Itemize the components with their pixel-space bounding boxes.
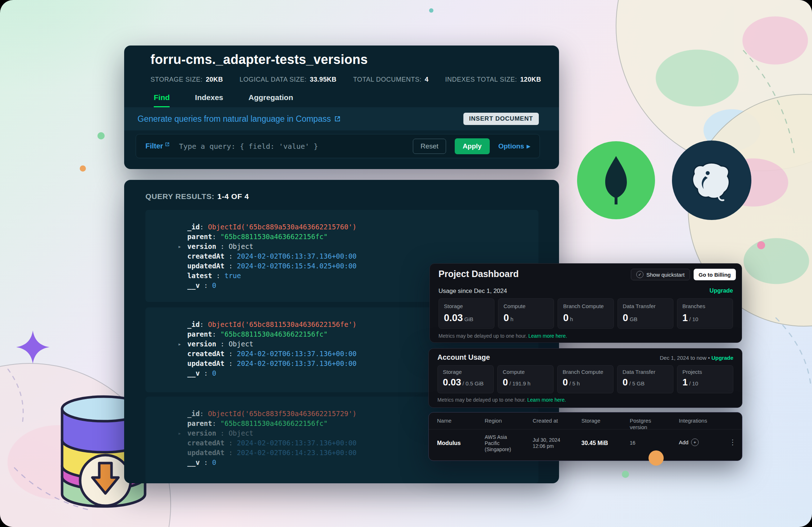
apply-button[interactable]: Apply xyxy=(455,138,490,154)
account-usage-tiles: Storage 0.03/ 0.5 GiB Compute 0/ 191.9 h… xyxy=(437,365,733,393)
expand-caret-icon[interactable]: ▸ xyxy=(178,428,182,438)
row-menu-kebab-icon[interactable]: ⋮ xyxy=(729,438,736,446)
field-value: true xyxy=(224,272,241,280)
show-quickstart-button[interactable]: ✓ Show quickstart xyxy=(631,269,690,280)
dashboard-title: Project Dashboard xyxy=(438,269,519,279)
col-header-storage: Storage xyxy=(581,418,601,424)
field-value: 2024-02-02T06:13:37.136+00:00 xyxy=(237,350,357,358)
document-field-row: ▸version : Object xyxy=(187,242,524,251)
pink-dot-decor xyxy=(757,241,765,249)
plus-circle-icon: + xyxy=(691,439,699,446)
stat-item: STORAGE SIZE:20KB xyxy=(150,76,223,83)
query-bar-strip: Generate queries from natural language i… xyxy=(124,107,559,130)
field-value: 0 xyxy=(212,281,216,289)
green-dot-decor xyxy=(97,132,105,139)
collection-tab[interactable]: Indexes xyxy=(195,89,223,107)
learn-more-link[interactable]: Learn more here. xyxy=(527,397,566,403)
usage-tile: Storage 0.03/ 0.5 GiB xyxy=(437,365,494,393)
dashboard-actions: ✓ Show quickstart Go to Billing xyxy=(631,269,736,280)
orange-circle-decor xyxy=(649,450,664,466)
query-results-title: QUERY RESULTS:1-4 OF 4 xyxy=(145,192,249,201)
page-canvas: forru-cms._adapter-tests_versions STORAG… xyxy=(0,0,812,527)
field-key: updatedAt xyxy=(187,359,224,367)
filter-link[interactable]: Filter xyxy=(145,142,170,150)
usage-tile: Compute 0h xyxy=(498,298,554,329)
metrics-note: Metrics may be delayed up to one hour. L… xyxy=(438,333,567,339)
field-key: createdAt xyxy=(187,350,224,358)
collection-tab[interactable]: Aggregation xyxy=(249,89,293,107)
account-usage-title: Account Usage xyxy=(437,353,490,362)
field-key: version xyxy=(187,340,216,348)
account-usage-panel: Account Usage Dec 1, 2024 to now • Upgra… xyxy=(428,348,742,408)
go-to-billing-button[interactable]: Go to Billing xyxy=(694,269,736,280)
projects-table-panel: Name Region Created at Storage Postgres … xyxy=(428,412,742,461)
usage-tile: Compute 0/ 191.9 h xyxy=(497,365,554,393)
field-value: ObjectId('65bc8811530a4636622156fe') xyxy=(208,320,357,328)
project-name[interactable]: Modulus xyxy=(437,440,461,446)
collection-tab[interactable]: Find xyxy=(154,89,170,107)
usage-tile: Data Transfer 0GB xyxy=(617,298,673,329)
usage-tile: Branch Compute 0h xyxy=(558,298,614,329)
field-value: 2024-02-02T06:13:37.136+00:00 xyxy=(237,252,357,260)
collection-stats: STORAGE SIZE:20KB LOGICAL DATA SIZE:33.9… xyxy=(150,76,541,83)
usage-tile: Projects 1/ 10 xyxy=(677,365,733,393)
stat-item: TOTAL DOCUMENTS:4 xyxy=(353,76,428,83)
field-value: 2024-02-02T06:13:37.136+00:00 xyxy=(237,359,357,367)
insert-document-button[interactable]: INSERT DOCUMENT xyxy=(463,113,539,125)
project-dashboard-panel: Project Dashboard ✓ Show quickstart Go t… xyxy=(429,263,742,343)
document-field-row: ▸createdAt : 2024-02-02T06:13:37.136+00:… xyxy=(187,251,524,261)
query-input[interactable] xyxy=(178,142,404,151)
project-region: AWS Asia Pacific (Singapore) xyxy=(485,434,517,453)
field-value: Object xyxy=(228,340,253,348)
stat-item: INDEXES TOTAL SIZE:120KB xyxy=(445,76,541,83)
mongodb-leaf-icon xyxy=(594,153,638,207)
document-field-row: ▸parent: "65bc8811530a4636622156fc" xyxy=(187,232,524,242)
field-key: createdAt xyxy=(187,439,224,447)
project-postgres-version: 16 xyxy=(630,440,636,446)
postgresql-logo xyxy=(672,141,751,220)
field-key: __v xyxy=(187,281,200,289)
field-value: ObjectId('65bc889a530a463662215760') xyxy=(208,223,357,231)
field-key: __v xyxy=(187,458,200,466)
field-key: _id xyxy=(187,223,200,231)
sparkle-star-decor xyxy=(16,331,49,364)
project-storage: 30.45 MiB xyxy=(581,440,608,446)
field-key: parent xyxy=(187,419,212,427)
upgrade-link[interactable]: Upgrade xyxy=(711,355,733,361)
expand-caret-icon[interactable]: ▸ xyxy=(178,242,182,251)
col-header-integrations: Integrations xyxy=(679,418,707,424)
field-key: _id xyxy=(187,410,200,418)
field-value: ObjectId('65bc883f530a463662215729') xyxy=(208,410,357,418)
add-integration-button[interactable]: Add + xyxy=(679,439,699,446)
field-value: "65bc8811530a4636622156fc" xyxy=(221,233,328,241)
account-usage-period: Dec 1, 2024 to now • Upgrade xyxy=(660,355,733,361)
field-key: parent xyxy=(187,233,212,241)
field-value: "65bc8811530a4636622156fc" xyxy=(221,419,328,427)
usage-tile: Branches 1/ 10 xyxy=(677,298,733,329)
field-value: 2024-02-02T06:13:37.136+00:00 xyxy=(237,439,357,447)
learn-more-link[interactable]: Learn more here. xyxy=(528,333,567,339)
collection-title: forru-cms._adapter-tests_versions xyxy=(150,52,368,67)
field-key: __v xyxy=(187,369,200,377)
expand-caret-icon[interactable]: ▸ xyxy=(178,339,182,349)
teal-dot-decor xyxy=(429,8,433,13)
caret-right-icon: ▸ xyxy=(527,142,530,150)
usage-tile: Storage 0.03GiB xyxy=(438,298,494,329)
mongodb-logo xyxy=(577,141,655,219)
natural-language-link[interactable]: Generate queries from natural language i… xyxy=(137,114,341,124)
field-key: createdAt xyxy=(187,252,224,260)
reset-button[interactable]: Reset xyxy=(413,139,446,154)
field-key: parent xyxy=(187,330,212,338)
field-value: Object xyxy=(228,429,253,437)
metrics-note: Metrics may be delayed up to one hour. L… xyxy=(437,397,566,403)
field-key: latest xyxy=(187,272,212,280)
compass-collection-panel: forru-cms._adapter-tests_versions STORAG… xyxy=(124,46,559,169)
upgrade-link[interactable]: Upgrade xyxy=(710,288,733,294)
usage-period-label: Usage since Dec 1, 2024 xyxy=(438,288,507,295)
stat-item: LOGICAL DATA SIZE:33.95KB xyxy=(240,76,337,83)
field-key: version xyxy=(187,242,216,250)
options-button[interactable]: Options ▸ xyxy=(498,142,530,150)
field-key: version xyxy=(187,429,216,437)
field-value: 0 xyxy=(212,369,216,377)
postgres-elephant-icon xyxy=(688,156,735,204)
